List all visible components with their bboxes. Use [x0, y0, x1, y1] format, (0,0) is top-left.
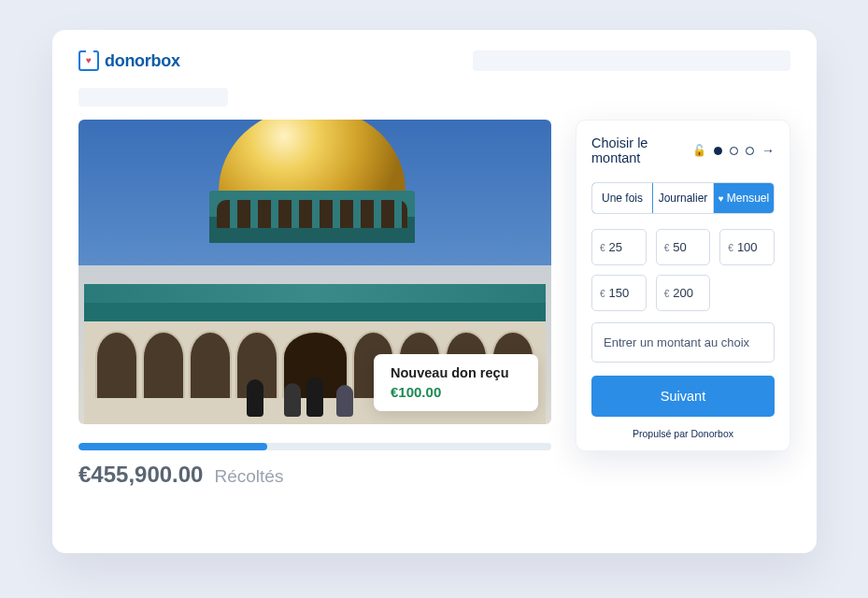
toast-amount: €100.00 — [391, 384, 518, 400]
progress-bar — [78, 443, 551, 450]
campaign-hero-image: Nouveau don reçu €100.00 — [78, 120, 551, 424]
heart-icon: ♥ — [719, 193, 724, 204]
donation-widget: Choisir le montant 🔓 → Une fois Journali… — [576, 120, 790, 451]
frequency-toggle: Une fois Journalier ♥Mensuel — [591, 182, 775, 214]
drum-illustration — [209, 191, 415, 243]
custom-amount-input[interactable] — [591, 322, 775, 363]
frequency-monthly-label: Mensuel — [727, 192, 769, 205]
brand-logo[interactable]: donorbox — [78, 50, 180, 71]
step-indicator: 🔓 → — [692, 143, 775, 158]
dome-illustration — [219, 120, 406, 202]
raised-amount: €455,900.00 — [78, 462, 203, 488]
step-dot-3[interactable] — [746, 147, 754, 155]
step-dot-2[interactable] — [730, 147, 738, 155]
amount-option-100[interactable]: €100 — [719, 229, 775, 265]
page-title-placeholder — [78, 88, 228, 107]
amount-grid: €25 €50 €100 €150 €200 — [591, 229, 775, 311]
app-card: donorbox — [52, 30, 817, 553]
raised-row: €455,900.00 Récoltés — [78, 462, 551, 488]
widget-title: Choisir le montant — [591, 135, 692, 165]
next-button[interactable]: Suivant — [591, 376, 775, 417]
donorbox-logo-icon — [78, 50, 99, 71]
arrow-right-icon[interactable]: → — [761, 143, 775, 158]
people-illustration — [247, 376, 377, 417]
frequency-daily[interactable]: Journalier — [653, 183, 714, 213]
amount-option-200[interactable]: €200 — [656, 275, 711, 311]
lock-icon: 🔓 — [692, 144, 706, 157]
amount-option-50[interactable]: €50 — [656, 229, 711, 265]
toast-title: Nouveau don reçu — [391, 365, 518, 380]
frequency-once[interactable]: Une fois — [591, 182, 653, 214]
campaign-column: Nouveau don reçu €100.00 €455,900.00 Réc… — [78, 120, 551, 488]
raised-label: Récoltés — [214, 466, 283, 487]
top-nav-placeholder — [473, 50, 790, 71]
brand-name: donorbox — [105, 51, 180, 71]
amount-option-150[interactable]: €150 — [591, 275, 647, 311]
new-donation-toast: Nouveau don reçu €100.00 — [374, 354, 538, 411]
content-row: Nouveau don reçu €100.00 €455,900.00 Réc… — [78, 120, 790, 488]
step-dot-1[interactable] — [714, 147, 722, 155]
frequency-monthly[interactable]: ♥Mensuel — [714, 183, 774, 213]
amount-option-25[interactable]: €25 — [591, 229, 647, 265]
topbar: donorbox — [78, 50, 790, 71]
progress-fill — [78, 443, 267, 450]
widget-header: Choisir le montant 🔓 → — [591, 135, 775, 165]
powered-by[interactable]: Propulsé par Donorbox — [591, 428, 775, 439]
